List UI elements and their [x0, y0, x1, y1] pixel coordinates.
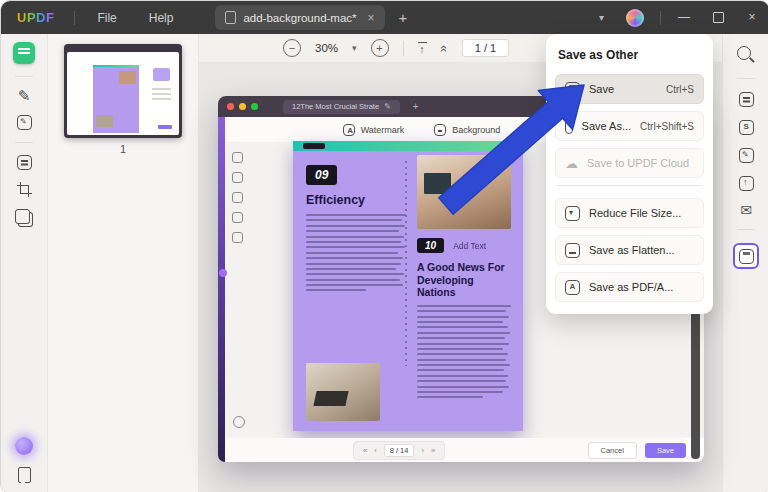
titlebar-divider	[74, 11, 75, 25]
organize-pages-icon[interactable]	[15, 209, 30, 224]
minimize-button[interactable]: —	[667, 1, 701, 34]
section-heading: A Good News For Developing Nations	[417, 261, 511, 299]
document-tab[interactable]: add-background-mac* ×	[215, 5, 384, 30]
updf-logo: UPDF	[17, 10, 54, 25]
mac-tab-title: 12The Most Crucial Strate	[292, 102, 379, 111]
inner-tool-icon	[232, 232, 243, 243]
titlebar: UPDF File Help add-background-mac* × + ▾…	[1, 1, 768, 34]
section-number-badge: 10	[417, 238, 444, 253]
document-tab-title: add-background-mac*	[243, 12, 356, 24]
menu-help[interactable]: Help	[133, 11, 190, 25]
form-fill-icon[interactable]	[17, 155, 32, 170]
thumbnail-color-swatch	[153, 68, 170, 81]
page-margin-text	[405, 161, 407, 366]
account-avatar[interactable]	[626, 9, 644, 27]
divider	[737, 78, 755, 79]
cloud-icon: ☁	[565, 157, 578, 170]
inner-tool-icon	[232, 212, 243, 223]
bookmark-icon[interactable]	[18, 467, 31, 483]
previous-page-icon[interactable]: «	[437, 44, 452, 51]
sign-icon[interactable]	[739, 148, 754, 163]
section-heading: Efficiency	[306, 193, 406, 207]
zoom-out-button[interactable]: −	[283, 39, 301, 57]
zoom-dropdown-icon[interactable]: ▾	[352, 43, 357, 53]
search-icon[interactable]	[737, 46, 751, 60]
menu-item-save-as-flatten[interactable]: Save as Flatten...	[555, 235, 704, 265]
zoom-in-button[interactable]: +	[371, 39, 389, 57]
background-icon	[434, 124, 446, 136]
first-page-icon: «	[363, 446, 367, 455]
mac-minimize-dot	[239, 103, 246, 110]
pdf-page: 09 Efficiency	[293, 141, 523, 431]
edit-pdf-icon[interactable]	[17, 115, 32, 130]
close-button[interactable]: ×	[735, 1, 768, 34]
mac-bottom-bar: « ‹ 8 / 14 › » Cancel Save	[225, 438, 686, 462]
mac-pagination: « ‹ 8 / 14 › »	[353, 441, 445, 460]
ai-assistant-icon[interactable]	[15, 437, 33, 455]
convert-icon[interactable]	[739, 120, 754, 135]
reduce-file-size-icon	[565, 206, 580, 221]
divider	[15, 76, 33, 77]
flatten-icon	[565, 243, 580, 258]
mail-icon[interactable]: ✉	[740, 204, 752, 216]
inner-tool-icon	[232, 152, 243, 163]
ocr-icon[interactable]	[739, 92, 754, 107]
page-left-column: 09 Efficiency	[306, 165, 406, 295]
page-thumbnail[interactable]	[64, 44, 182, 138]
share-icon[interactable]	[739, 176, 754, 191]
body-text-placeholder	[306, 214, 406, 291]
menu-item-save[interactable]: Save Ctrl+S	[555, 74, 704, 104]
divider	[15, 142, 33, 143]
zoom-level: 30%	[315, 42, 338, 54]
header-footer-icon	[530, 124, 542, 136]
thumbnail-page	[93, 65, 139, 133]
save-as-other-panel: Save as Other Save Ctrl+S Save As... Ctr…	[546, 34, 713, 314]
menu-file[interactable]: File	[81, 11, 132, 25]
scroll-to-top-icon[interactable]: ↑	[418, 42, 427, 55]
chevron-down-icon[interactable]: ▾	[587, 12, 616, 23]
save-icon	[565, 82, 580, 97]
inner-tool-icon	[232, 192, 243, 203]
thumbnail-button	[158, 125, 172, 129]
inner-tool-icon	[232, 172, 243, 183]
page-right-column: 10 Add Text A Good News For Developing N…	[417, 155, 511, 402]
thumbnail-photo	[119, 71, 136, 84]
last-page-icon: »	[431, 446, 435, 455]
maximize-icon	[713, 12, 724, 23]
save-as-icon	[565, 119, 573, 134]
tab-background: Background	[434, 124, 500, 136]
add-text-label: Add Text	[453, 241, 486, 251]
thumbnail-panel: 1	[48, 34, 199, 492]
page-header-stripe	[293, 141, 523, 151]
right-toolbar: ✉	[722, 34, 768, 492]
save-tool-active[interactable]	[733, 243, 759, 269]
save-icon	[739, 249, 754, 264]
mac-zoom-dot	[251, 103, 258, 110]
tab-watermark: Watermark	[343, 124, 405, 136]
page-photo-people	[417, 155, 511, 229]
menu-item-reduce-file-size[interactable]: Reduce File Size...	[555, 198, 704, 228]
updf-app-window: UPDF File Help add-background-mac* × + ▾…	[0, 0, 768, 492]
mac-close-dot	[227, 103, 234, 110]
page-photo-laptop	[306, 363, 380, 421]
divider	[737, 229, 755, 230]
crop-icon[interactable]	[17, 182, 32, 197]
pdfa-icon	[565, 280, 580, 295]
maximize-button[interactable]	[701, 1, 735, 34]
menu-divider	[557, 185, 702, 186]
reader-view-icon[interactable]	[13, 42, 35, 64]
page-indicator[interactable]: 1 / 1	[462, 39, 509, 57]
confirm-save-button: Save	[645, 443, 686, 458]
thumbnail-page-number: 1	[48, 143, 198, 155]
body-text-placeholder	[417, 305, 511, 399]
titlebar-divider	[660, 11, 661, 25]
tab-close-icon[interactable]: ×	[368, 11, 375, 25]
cancel-button: Cancel	[588, 442, 637, 459]
panel-title: Save as Other	[558, 48, 701, 62]
mac-left-gradient	[218, 117, 225, 462]
new-tab-button[interactable]: +	[399, 9, 408, 26]
menu-item-save-as-pdfa[interactable]: Save as PDF/A...	[555, 272, 704, 302]
menu-item-save-as[interactable]: Save As... Ctrl+Shift+S	[555, 111, 704, 141]
annotate-pen-icon[interactable]: ✎	[18, 89, 31, 103]
left-toolbar: ✎	[1, 34, 48, 492]
